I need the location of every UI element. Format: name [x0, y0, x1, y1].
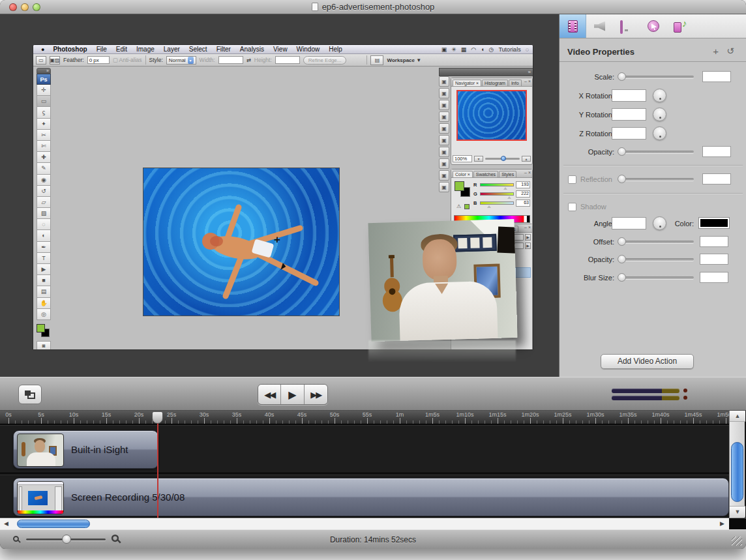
reflection-slider[interactable]: [619, 178, 694, 181]
play-button[interactable]: ▶: [281, 385, 304, 404]
channel-value-R[interactable]: 193: [516, 181, 530, 188]
channel-value-G[interactable]: 222: [516, 190, 530, 198]
timeline-ruler[interactable]: 0s5s10s15s20s25s30s35s40s45s50s55s1m1m5s…: [0, 411, 729, 424]
scroll-left-arrow[interactable]: ◀: [4, 520, 8, 527]
shape-tool[interactable]: ■: [37, 275, 51, 286]
tab-media-library[interactable]: ♪: [666, 14, 693, 38]
annotations-tool[interactable]: ▤: [37, 286, 51, 297]
hand-tool[interactable]: ✋: [37, 298, 51, 309]
x-rotation-dial[interactable]: [653, 89, 666, 102]
navigator-tab-histogram[interactable]: Histogram: [482, 80, 508, 86]
tab-video-properties[interactable]: [560, 14, 586, 38]
z-rotation-field[interactable]: [612, 127, 646, 140]
dock-actions-icon[interactable]: ▣: [439, 88, 449, 98]
ps-menu-window[interactable]: Window: [292, 46, 325, 53]
dock-layer-comps-icon[interactable]: ▣: [439, 111, 449, 122]
reflection-field[interactable]: [702, 173, 731, 184]
rewind-button[interactable]: ◀◀: [258, 385, 281, 404]
fill-arrow[interactable]: ▶: [525, 243, 531, 249]
crop-tool[interactable]: ✂: [37, 130, 51, 141]
navigator-tab-navigator[interactable]: Navigator ×: [453, 80, 481, 86]
toolbox-collapse-icon[interactable]: »: [37, 68, 51, 74]
horizontal-scroll-thumb[interactable]: [17, 520, 90, 528]
blur-size-slider[interactable]: [619, 276, 694, 279]
fast-forward-button[interactable]: ▶▶: [305, 385, 327, 404]
slice-tool[interactable]: ✄: [37, 141, 51, 152]
reset-button[interactable]: ↺: [726, 46, 734, 56]
magic-wand-tool[interactable]: ✦: [37, 119, 51, 130]
tab-audio-properties[interactable]: [586, 14, 613, 38]
timeline-vertical-scrollbar[interactable]: ▲ ▼: [729, 411, 745, 518]
y-rotation-field[interactable]: [612, 108, 646, 121]
marquee-tool[interactable]: ▭: [37, 96, 51, 107]
fg-bg-swatches[interactable]: [37, 324, 52, 340]
screen-recording-clip[interactable]: Screen Recording 5/30/08: [13, 478, 729, 516]
blur-tool[interactable]: ◌: [37, 219, 51, 230]
style-dropdown[interactable]: Normal▾: [166, 56, 196, 65]
color-swatches[interactable]: [455, 181, 471, 198]
dock-history-icon[interactable]: ▣: [439, 76, 449, 87]
dock-tool-presets-icon[interactable]: ▣: [439, 123, 449, 134]
isight-clip[interactable]: Built-in iSight: [13, 430, 158, 469]
fg-color-swatch[interactable]: [455, 181, 464, 191]
navigator-tab-info[interactable]: Info: [509, 80, 522, 86]
dock-clone-source-icon[interactable]: ▣: [439, 182, 449, 192]
eraser-tool[interactable]: ▱: [37, 197, 51, 208]
zoom-out-mini-button[interactable]: ▾: [474, 156, 483, 162]
opacity-arrow[interactable]: ▶: [525, 234, 531, 241]
healing-brush-tool[interactable]: ✚: [37, 152, 51, 163]
channel-slider-B[interactable]: [480, 201, 514, 205]
dock-paragraph-icon[interactable]: ▣: [439, 147, 449, 157]
ps-menu-file[interactable]: File: [92, 46, 112, 53]
preview-canvas[interactable]: ● PhotoshopFileEditImageLayerSelectFilte…: [0, 14, 559, 377]
opacity-slider[interactable]: [619, 151, 694, 153]
channel-slider-G[interactable]: [480, 192, 514, 196]
ps-menu-help[interactable]: Help: [324, 46, 347, 53]
move-tool[interactable]: ✛: [37, 85, 51, 96]
angle-field[interactable]: [612, 217, 646, 229]
tab-callout-properties[interactable]: [640, 14, 666, 38]
clone-stamp-tool[interactable]: ◉: [37, 175, 51, 186]
dock-styles2-icon[interactable]: ▣: [439, 170, 449, 181]
dock-brushes-icon[interactable]: ▣: [439, 100, 449, 110]
foreground-swatch[interactable]: [37, 324, 45, 332]
ps-menu-view[interactable]: View: [269, 46, 292, 53]
history-brush-tool[interactable]: ↺: [37, 186, 51, 197]
add-video-action-button[interactable]: Add Video Action: [601, 354, 694, 369]
ps-menu-filter[interactable]: Filter: [212, 46, 235, 53]
height-field[interactable]: [275, 56, 300, 64]
scale-field[interactable]: [702, 71, 731, 82]
shadow-color-well[interactable]: [698, 217, 730, 229]
tab-screen-recording-properties[interactable]: [613, 14, 640, 38]
webcam-overlay[interactable]: [368, 219, 518, 342]
scroll-up-arrow[interactable]: ▲: [730, 411, 745, 422]
vertical-scroll-thumb[interactable]: [731, 442, 743, 502]
navigator-zoom-field[interactable]: 100%: [453, 155, 472, 162]
width-field[interactable]: [218, 56, 243, 64]
pen-tool[interactable]: ✒: [37, 242, 51, 253]
ps-menu-select[interactable]: Select: [185, 46, 212, 53]
channel-slider-R[interactable]: [480, 183, 514, 186]
brush-tool[interactable]: ✎: [37, 163, 51, 174]
ps-menu-edit[interactable]: Edit: [112, 46, 132, 53]
scroll-right-arrow[interactable]: ▶: [720, 520, 724, 527]
fullscreen-preview-button[interactable]: [18, 385, 42, 404]
workspace-menu[interactable]: Workspace ▼: [387, 57, 421, 63]
shadow-opacity-slider[interactable]: [619, 258, 694, 261]
navigator-zoom-slider[interactable]: [485, 158, 520, 160]
shadow-opacity-field[interactable]: [700, 254, 728, 265]
ps-menu-layer[interactable]: Layer: [159, 46, 185, 53]
dock-info2-icon[interactable]: ▣: [439, 158, 449, 169]
quickmask-button[interactable]: ◙: [37, 341, 51, 350]
opacity-field[interactable]: [702, 146, 731, 157]
dodge-tool[interactable]: ◐: [37, 230, 51, 241]
offset-slider[interactable]: [619, 241, 694, 243]
timeline-horizontal-scrollbar[interactable]: ◀ ▶: [0, 518, 746, 529]
ps-menu-photoshop[interactable]: Photoshop: [48, 46, 91, 53]
feather-field[interactable]: 0 px: [87, 56, 110, 64]
path-select-tool[interactable]: ▶: [37, 264, 51, 275]
ps-menu-analysis[interactable]: Analysis: [235, 46, 269, 53]
add-keyframe-button[interactable]: +: [713, 46, 719, 57]
channel-value-B[interactable]: 63: [516, 199, 530, 207]
zoom-tool[interactable]: ◎: [37, 309, 51, 320]
